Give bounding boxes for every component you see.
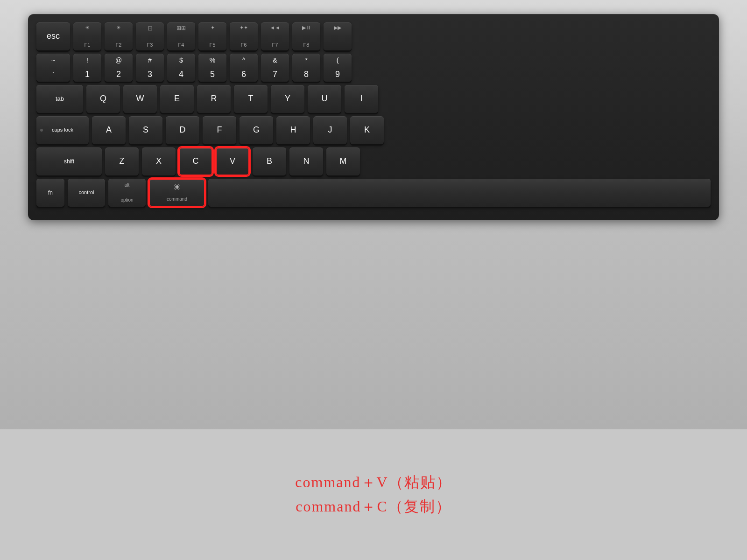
key-r[interactable]: R xyxy=(197,85,231,113)
key-command[interactable]: ⌘ command xyxy=(149,179,205,207)
keyboard-body: esc ☀F1 ☀F2 ⊡F3 ⊞⊞F4 ✦F5 ✦✦F6 ◄◄F7 xyxy=(28,14,719,220)
key-d[interactable]: D xyxy=(166,116,199,144)
key-a[interactable]: A xyxy=(92,116,126,144)
key-c[interactable]: C xyxy=(179,147,212,175)
key-y[interactable]: Y xyxy=(271,85,304,113)
key-f6[interactable]: ✦✦F6 xyxy=(230,22,258,50)
key-f2[interactable]: ☀F2 xyxy=(105,22,133,50)
key-capslock[interactable]: caps lock xyxy=(36,116,89,144)
key-e[interactable]: E xyxy=(160,85,194,113)
key-2[interactable]: @ 2 xyxy=(105,54,133,82)
key-backtick[interactable]: ~ ` xyxy=(36,54,70,82)
key-j[interactable]: J xyxy=(313,116,347,144)
key-f5[interactable]: ✦F5 xyxy=(198,22,226,50)
key-g[interactable]: G xyxy=(240,116,273,144)
key-k[interactable]: K xyxy=(350,116,384,144)
key-tab[interactable]: tab xyxy=(36,85,83,113)
key-option[interactable]: alt option xyxy=(108,179,146,207)
zxcv-row: shift Z X C V B N M xyxy=(36,147,711,175)
key-space[interactable] xyxy=(208,179,711,207)
number-row: ~ ` ! 1 @ 2 # 3 $ 4 % 5 xyxy=(36,54,711,82)
key-n[interactable]: N xyxy=(289,147,323,175)
key-esc[interactable]: esc xyxy=(36,22,70,50)
key-v[interactable]: V xyxy=(216,147,249,175)
key-1[interactable]: ! 1 xyxy=(73,54,101,82)
key-control[interactable]: control xyxy=(68,179,105,207)
key-3[interactable]: # 3 xyxy=(136,54,164,82)
key-fn[interactable]: fn xyxy=(36,179,64,207)
key-4[interactable]: $ 4 xyxy=(167,54,195,82)
asdf-row: caps lock A S D F G H J K xyxy=(36,116,711,144)
key-f3[interactable]: ⊡F3 xyxy=(136,22,164,50)
key-m[interactable]: M xyxy=(326,147,360,175)
key-f9[interactable]: ▶▶ xyxy=(324,22,352,50)
key-7[interactable]: & 7 xyxy=(261,54,289,82)
key-5[interactable]: % 5 xyxy=(198,54,226,82)
key-u[interactable]: U xyxy=(308,85,341,113)
key-i[interactable]: I xyxy=(345,85,378,113)
key-t[interactable]: T xyxy=(234,85,268,113)
annotation-area: command＋V（粘贴） command＋C（复制） xyxy=(0,429,747,560)
key-f[interactable]: F xyxy=(203,116,236,144)
key-shift[interactable]: shift xyxy=(36,147,102,175)
key-f1[interactable]: ☀F1 xyxy=(73,22,101,50)
key-q[interactable]: Q xyxy=(86,85,120,113)
key-f8[interactable]: ▶⏸F8 xyxy=(292,22,320,50)
key-w[interactable]: W xyxy=(123,85,157,113)
key-9[interactable]: ( 9 xyxy=(324,54,352,82)
qwerty-row: tab Q W E R T Y U I xyxy=(36,85,711,113)
key-b[interactable]: B xyxy=(253,147,286,175)
fn-row: esc ☀F1 ☀F2 ⊡F3 ⊞⊞F4 ✦F5 ✦✦F6 ◄◄F7 xyxy=(36,22,711,50)
annotation-line2: command＋C（复制） xyxy=(296,497,451,517)
key-z[interactable]: Z xyxy=(105,147,139,175)
bottom-row: fn control alt option ⌘ command xyxy=(36,179,711,207)
key-s[interactable]: S xyxy=(129,116,162,144)
annotation-line1: command＋V（粘贴） xyxy=(295,472,451,493)
key-8[interactable]: * 8 xyxy=(292,54,320,82)
key-h[interactable]: H xyxy=(276,116,310,144)
key-f4[interactable]: ⊞⊞F4 xyxy=(167,22,195,50)
key-6[interactable]: ^ 6 xyxy=(230,54,258,82)
key-x[interactable]: X xyxy=(142,147,176,175)
keyboard-area: esc ☀F1 ☀F2 ⊡F3 ⊞⊞F4 ✦F5 ✦✦F6 ◄◄F7 xyxy=(0,0,747,429)
key-f7[interactable]: ◄◄F7 xyxy=(261,22,289,50)
